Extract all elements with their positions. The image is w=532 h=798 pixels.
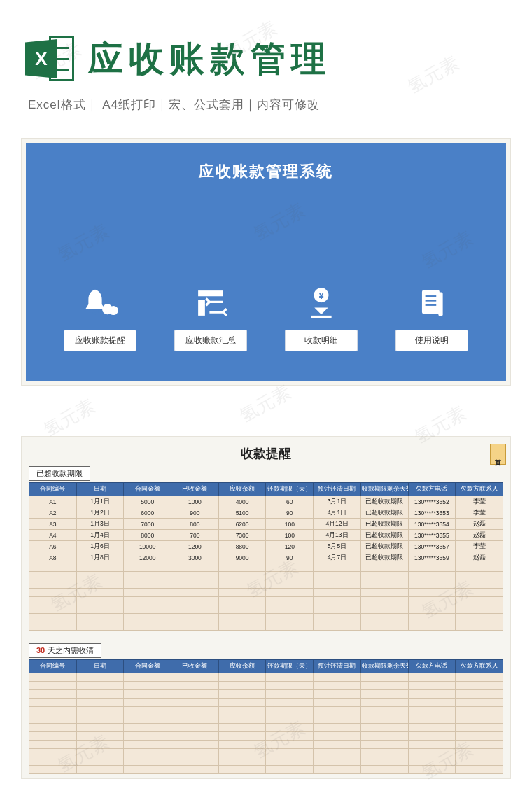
table-row	[29, 564, 503, 572]
dash-button-summary[interactable]: 应收账款汇总	[174, 330, 247, 351]
page-subtitle: Excel格式｜ A4纸打印｜宏、公式套用｜内容可修改	[0, 97, 532, 130]
svg-point-1	[110, 307, 118, 314]
svg-rect-10	[426, 300, 437, 301]
dashboard-title: 应收账款管理系统	[26, 161, 506, 182]
sheet-title: 收款提醒 首页	[29, 445, 503, 462]
bell-money-icon: ¥	[80, 284, 120, 323]
svg-text:¥: ¥	[318, 290, 324, 301]
dash-item-instructions[interactable]: 使用说明	[396, 284, 468, 351]
overdue-table: 合同编号日期 合同金额已收金额 应收余额还款期限（天） 预计还清日期收款期限剩余…	[29, 482, 503, 631]
table-row	[29, 682, 503, 690]
table-row	[29, 580, 503, 589]
table-row	[29, 715, 503, 724]
dashboard-preview-card: 应收账款管理系统 ¥ 应收账款提醒	[21, 138, 511, 386]
dash-button-instructions[interactable]: 使用说明	[396, 330, 468, 351]
table-row	[29, 606, 503, 614]
table-row	[29, 673, 503, 682]
table-header-row: 合同编号日期 合同金额已收金额 应收余额还款期限（天） 预计还清日期收款期限剩余…	[29, 483, 503, 496]
svg-text:¥: ¥	[106, 307, 109, 313]
table-row: A61月6日10000120088001205月5日已超收款期限130*****…	[29, 541, 503, 552]
document-icon	[412, 284, 451, 323]
table-row	[29, 614, 503, 622]
page-header: X 应收账款管理	[0, 0, 532, 97]
dashboard-panel: 应收账款管理系统 ¥ 应收账款提醒	[26, 143, 506, 381]
table-row	[29, 572, 503, 580]
summary-icon	[191, 284, 230, 323]
due-30-table: 合同编号日期 合同金额已收金额 应收余额还款期限（天） 预计还清日期收款期限剩余…	[29, 659, 503, 774]
page-title: 应收账款管理	[88, 36, 332, 83]
table-row	[29, 707, 503, 715]
table-row: A41月4日800070073001004月13日已超收款期限130*****3…	[29, 530, 503, 541]
table-row: A11月1日500010004000603月1日已超收款期限130*****36…	[29, 496, 503, 507]
dash-button-detail[interactable]: 收款明细	[285, 330, 358, 351]
svg-rect-8	[422, 290, 440, 314]
section-overdue-tag: 已超收款期限	[29, 466, 90, 481]
svg-rect-4	[198, 300, 205, 316]
dashboard-nav-row: ¥ 应收账款提醒 应收账款汇总	[26, 284, 506, 351]
table-row	[29, 690, 503, 699]
dash-item-reminder[interactable]: ¥ 应收账款提醒	[64, 284, 136, 351]
table-row	[29, 741, 503, 749]
download-yen-icon: ¥	[302, 284, 341, 323]
table-row	[29, 732, 503, 741]
svg-rect-12	[438, 292, 442, 316]
spreadsheet-preview-card: 收款提醒 首页 已超收款期限 合同编号日期 合同金额已收金额 应收余额还款期限（…	[21, 436, 511, 779]
home-tab-button[interactable]: 首页	[490, 444, 506, 465]
svg-rect-11	[426, 304, 437, 306]
section-due-30-tag: 30天之内需收清	[29, 643, 102, 658]
table-row	[29, 589, 503, 597]
table-row	[29, 724, 503, 732]
table-row: A31月3日700080062001004月12日已超收款期限130*****3…	[29, 519, 503, 530]
table-row	[29, 757, 503, 766]
table-header-row: 合同编号日期 合同金额已收金额 应收余额还款期限（天） 预计还清日期收款期限剩余…	[29, 660, 503, 673]
dash-button-reminder[interactable]: 应收账款提醒	[64, 330, 136, 351]
svg-rect-7	[311, 316, 331, 318]
svg-rect-9	[426, 295, 437, 297]
table-row	[29, 749, 503, 757]
table-row	[29, 597, 503, 606]
svg-rect-3	[198, 290, 223, 296]
table-row	[29, 622, 503, 631]
dash-item-summary[interactable]: 应收账款汇总	[174, 284, 247, 351]
dash-item-detail[interactable]: ¥ 收款明细	[285, 284, 358, 351]
table-row: A81月8日1200030009000904月7日已超收款期限130*****3…	[29, 552, 503, 564]
excel-icon: X	[25, 34, 76, 84]
table-row: A21月2日60009005100904月1日已超收款期限130*****365…	[29, 507, 503, 519]
table-row	[29, 766, 503, 774]
table-row	[29, 699, 503, 707]
